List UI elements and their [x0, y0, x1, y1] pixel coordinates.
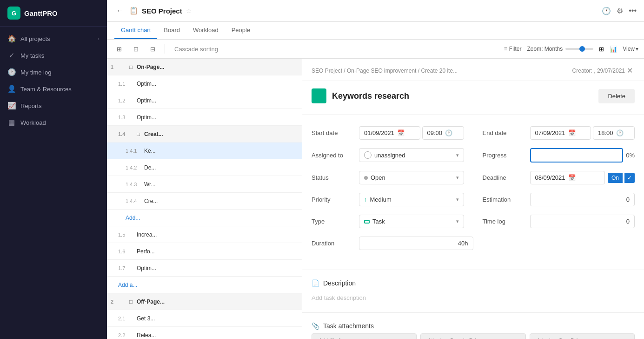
deadline-toggle[interactable]: On ✓	[608, 173, 635, 183]
row-number: 1.1	[118, 81, 137, 87]
row-name: Optim...	[137, 81, 298, 87]
table-row[interactable]: 1.4.1 Ke...	[107, 142, 302, 159]
expand-icon[interactable]: □	[129, 298, 137, 305]
table-row[interactable]: 1.4.4 Cre...	[107, 193, 302, 210]
duration-input[interactable]	[359, 237, 473, 250]
status-dot-icon	[364, 176, 368, 180]
table-row[interactable]: 1.3 Optim...	[107, 109, 302, 126]
table-row[interactable]: 1.4.3 Wr...	[107, 176, 302, 193]
table-row[interactable]: 1.4.2 De...	[107, 159, 302, 176]
sidebar-item-my-time-log[interactable]: 🕐 My time log	[0, 64, 107, 81]
timelog-input[interactable]	[530, 215, 635, 228]
expand-icon[interactable]: □	[137, 131, 144, 137]
form-group-timelog: Time log	[483, 215, 635, 228]
add-row[interactable]: Add...	[107, 210, 302, 226]
table-row[interactable]: 1.7 Optim...	[107, 260, 302, 277]
row-number: 1.7	[118, 265, 137, 271]
description-area[interactable]: Add task description	[302, 291, 644, 309]
back-button[interactable]: ←	[114, 5, 126, 17]
tab-board[interactable]: Board	[157, 22, 186, 39]
toolbar-btn-3[interactable]: ⊟	[146, 42, 159, 55]
sidebar-item-reports[interactable]: 📈 Reports	[0, 97, 107, 114]
form-group-start-date: Start date 01/09/2021 📅 09:00 🕐	[312, 126, 464, 140]
progress-input[interactable]	[530, 148, 624, 163]
close-panel-button[interactable]: ✕	[625, 64, 635, 77]
start-date-field[interactable]: 01/09/2021 📅	[359, 126, 420, 140]
row-name: Relea...	[137, 332, 298, 339]
sidebar-item-all-projects[interactable]: 🏠 All projects ›	[0, 30, 107, 47]
form-row-assigned-progress: Assigned to unassigned ▾ Progress 0%	[312, 148, 635, 163]
row-name: Optim...	[137, 265, 298, 271]
type-select[interactable]: Task ▾	[359, 215, 464, 228]
toolbar-btn-1[interactable]: ⊞	[113, 42, 126, 55]
cascade-sort-btn[interactable]: Cascade sorting	[171, 44, 222, 54]
attachments-section-title: 📎 Task attachments	[302, 317, 644, 333]
zoom-slider[interactable]	[565, 48, 593, 50]
tab-people[interactable]: People	[225, 22, 257, 39]
assigned-value: unassigned	[374, 152, 405, 159]
row-name: Ke...	[144, 148, 298, 154]
more-icon[interactable]: •••	[629, 7, 637, 15]
form-row-duration: Duration	[312, 237, 473, 250]
row-number: 1.2	[118, 98, 137, 103]
sidebar-item-label: My time log	[20, 69, 100, 76]
start-time-value: 09:00	[427, 129, 443, 136]
tab-workload[interactable]: Workload	[186, 22, 225, 39]
start-time-field[interactable]: 09:00 🕐	[422, 126, 464, 140]
attach-file-button[interactable]: Add file from computer...	[312, 333, 417, 339]
assigned-select[interactable]: unassigned ▾	[359, 148, 464, 162]
expand-icon[interactable]: □	[129, 64, 137, 70]
toolbar-btn-2[interactable]: ⊡	[129, 42, 142, 55]
add-item-label: Add...	[126, 215, 298, 221]
duration-label: Duration	[312, 240, 353, 247]
row-number: 2.2	[118, 332, 137, 338]
delete-button[interactable]: Delete	[598, 89, 635, 103]
filter-button[interactable]: ≡ Filter	[504, 46, 522, 52]
table-row[interactable]: 1 □ On-Page...	[107, 59, 302, 75]
row-number: 1.4.1	[126, 148, 144, 154]
view-button[interactable]: View ▾	[623, 46, 638, 52]
chart-icon[interactable]: 📊	[610, 46, 617, 53]
priority-arrow-icon: ↑	[364, 196, 367, 203]
attach-gdrive-button[interactable]: Attach a Google Drive...	[420, 333, 525, 339]
zoom-control: Zoom: Months	[527, 46, 594, 52]
deadline-date-field[interactable]: 08/09/2021 📅	[530, 171, 605, 184]
table-row[interactable]: 1.6 Perfo...	[107, 243, 302, 260]
form-row-dates: Start date 01/09/2021 📅 09:00 🕐	[312, 126, 635, 140]
priority-select[interactable]: ↑ Medium ▾	[359, 193, 464, 206]
attach-onedrive-button[interactable]: Attach a One Drive...	[530, 333, 635, 339]
table-row[interactable]: 2 □ Off-Page...	[107, 293, 302, 310]
end-date-field[interactable]: 07/09/2021 📅	[530, 126, 591, 140]
settings-icon[interactable]: ⚙	[617, 7, 623, 15]
table-row[interactable]: 1.5 Increa...	[107, 226, 302, 243]
table-row[interactable]: 1.4 □ Creat...	[107, 126, 302, 142]
tab-gantt-chart[interactable]: Gantt chart	[114, 22, 157, 39]
form-row-status-deadline: Status Open ▾ Deadline 08/09/2021 📅	[312, 171, 635, 184]
add-row-2[interactable]: Add a...	[107, 277, 302, 293]
star-icon[interactable]: ☆	[186, 7, 192, 14]
table-row[interactable]: 2.2 Relea...	[107, 327, 302, 339]
sidebar-item-team-resources[interactable]: 👤 Team & Resources	[0, 81, 107, 97]
sidebar-item-my-tasks[interactable]: ✓ My tasks	[0, 47, 107, 64]
estimation-input[interactable]	[530, 193, 635, 206]
history-icon[interactable]: 🕐	[602, 7, 611, 15]
export-icon[interactable]: ⊞	[599, 46, 604, 53]
sidebar-item-label: Workload	[20, 119, 100, 126]
row-name: Increa...	[137, 231, 298, 238]
table-row[interactable]: 2.1 Get 3...	[107, 310, 302, 327]
toolbar-right: ≡ Filter Zoom: Months ⊞ 📊 View ▾	[504, 46, 638, 53]
reports-icon: 📈	[7, 102, 16, 110]
end-time-value: 18:00	[598, 129, 613, 136]
table-row[interactable]: 1.1 Optim...	[107, 75, 302, 92]
home-icon: 🏠	[7, 34, 16, 43]
sidebar-item-workload[interactable]: ▦ Workload	[0, 114, 107, 131]
end-time-field[interactable]: 18:00 🕐	[593, 126, 635, 140]
chevron-down-icon: ▾	[456, 197, 459, 203]
form-row-priority-estimation: Priority ↑ Medium ▾ Estimation	[312, 193, 635, 206]
task-title-area: Keywords research Delete	[302, 81, 644, 111]
table-row[interactable]: 1.2 Optim...	[107, 92, 302, 109]
row-name: Cre...	[144, 198, 298, 204]
status-select[interactable]: Open ▾	[359, 171, 464, 184]
sidebar-item-label: My tasks	[20, 52, 100, 59]
estimation-label: Estimation	[483, 196, 524, 203]
